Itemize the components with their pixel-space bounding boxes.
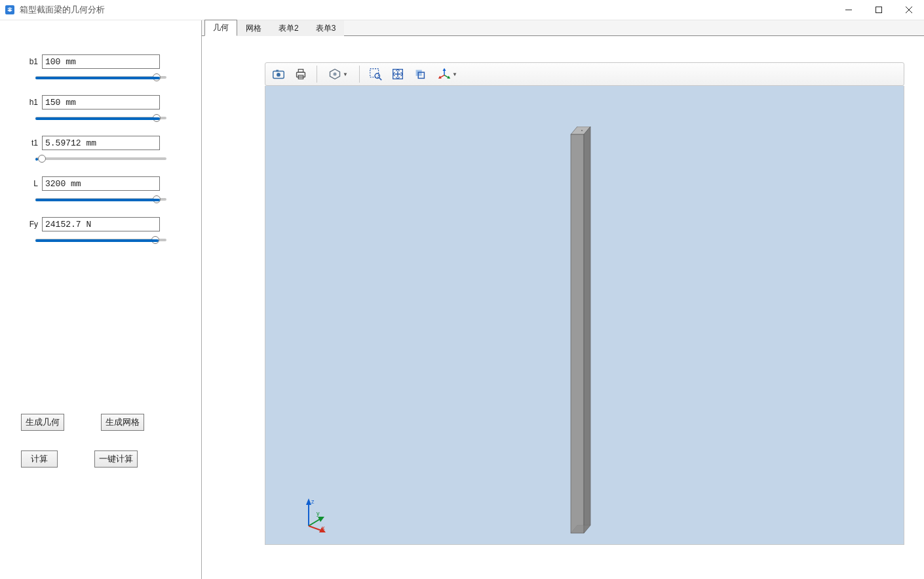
svg-point-12 <box>334 73 337 76</box>
input-Fy[interactable] <box>42 217 160 231</box>
compute-button[interactable]: 计算 <box>21 450 58 468</box>
svg-text:x: x <box>322 525 325 531</box>
zoom-box-icon[interactable] <box>365 64 386 84</box>
svg-marker-20 <box>443 68 446 71</box>
tab-form3[interactable]: 表单3 <box>307 20 345 36</box>
label-Fy: Fy <box>20 220 42 229</box>
camera-icon[interactable] <box>268 64 289 84</box>
render-mode-dropdown[interactable]: ▼ <box>322 64 354 84</box>
tab-form2[interactable]: 表单2 <box>270 20 307 36</box>
label-t1: t1 <box>20 138 42 148</box>
3d-viewport[interactable]: z y x <box>265 86 904 545</box>
close-button[interactable] <box>894 0 924 20</box>
svg-point-14 <box>375 73 379 78</box>
titlebar: 箱型截面梁的几何分析 <box>0 0 924 20</box>
svg-rect-26 <box>571 134 584 533</box>
window-title: 箱型截面梁的几何分析 <box>20 4 105 16</box>
generate-geometry-button[interactable]: 生成几何 <box>21 414 64 431</box>
svg-text:y: y <box>317 510 320 517</box>
svg-rect-7 <box>276 70 279 72</box>
label-b1: b1 <box>20 57 42 66</box>
viewport-toolbar: ▼ ▼ <box>265 62 904 86</box>
tab-geometry[interactable]: 几何 <box>204 20 237 36</box>
parameter-panel: b1 h1 t1 L <box>0 20 202 579</box>
axes-toggle-dropdown[interactable]: ▼ <box>432 64 463 84</box>
content-area: 几何 网格 表单2 表单3 ▼ <box>202 20 924 579</box>
slider-b1[interactable] <box>35 76 166 79</box>
tab-bar: 几何 网格 表单2 表单3 <box>202 20 924 36</box>
svg-marker-31 <box>306 498 311 505</box>
beam-geometry <box>568 127 594 540</box>
window-controls <box>834 0 924 20</box>
label-L: L <box>20 179 42 188</box>
label-h1: h1 <box>20 98 42 107</box>
app-icon <box>4 4 16 16</box>
tab-mesh[interactable]: 网格 <box>237 20 270 36</box>
svg-marker-27 <box>584 127 590 533</box>
svg-point-29 <box>581 130 583 131</box>
zoom-extents-icon[interactable] <box>387 64 408 84</box>
coordinate-triad: z y x <box>299 497 328 534</box>
svg-point-6 <box>277 73 280 77</box>
input-b1[interactable] <box>42 54 160 69</box>
input-h1[interactable] <box>42 95 160 110</box>
svg-line-15 <box>379 78 382 81</box>
maximize-button[interactable] <box>864 0 894 20</box>
svg-rect-17 <box>416 70 422 76</box>
input-t1[interactable] <box>42 136 160 150</box>
print-icon[interactable] <box>290 64 311 84</box>
svg-rect-13 <box>370 69 379 77</box>
svg-text:z: z <box>311 498 315 505</box>
slider-Fy[interactable] <box>35 239 166 241</box>
generate-mesh-button[interactable]: 生成网格 <box>101 414 144 431</box>
input-L[interactable] <box>42 176 160 191</box>
one-click-compute-button[interactable]: 一键计算 <box>94 450 138 468</box>
minimize-button[interactable] <box>834 0 864 20</box>
svg-rect-2 <box>876 7 882 13</box>
slider-h1[interactable] <box>35 117 166 119</box>
svg-rect-8 <box>297 72 305 77</box>
slider-L[interactable] <box>35 198 166 201</box>
slider-t1[interactable] <box>35 157 166 160</box>
transparency-icon[interactable] <box>410 64 431 84</box>
